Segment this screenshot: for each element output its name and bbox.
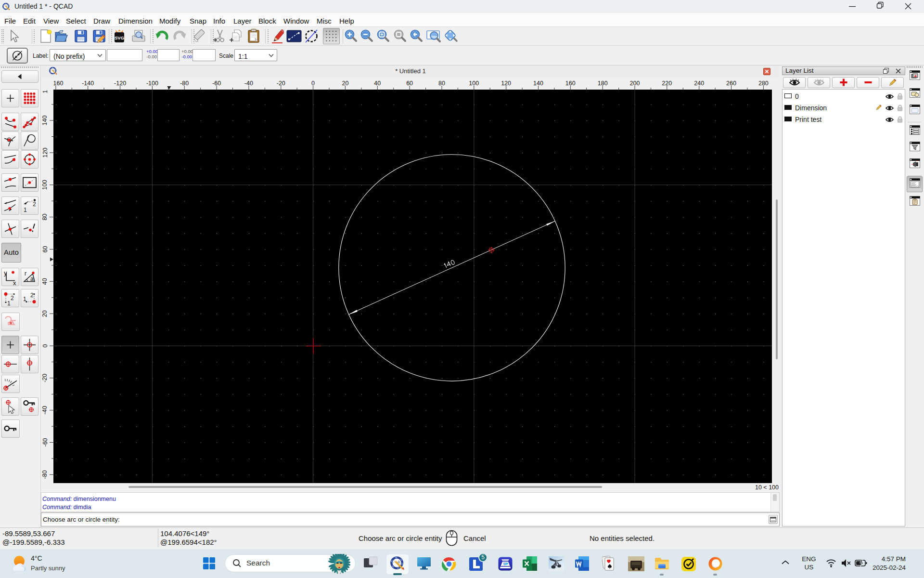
svg-text:60: 60 bbox=[406, 80, 413, 87]
svg-text:160: 160 bbox=[53, 80, 63, 87]
svg-text:SVG: SVG bbox=[115, 35, 124, 40]
svg-text:0: 0 bbox=[311, 80, 315, 87]
svg-text:1: 1 bbox=[23, 296, 26, 302]
svg-text:-140: -140 bbox=[82, 80, 94, 87]
svg-text:2: 2 bbox=[33, 201, 36, 208]
svg-text:260: 260 bbox=[726, 80, 736, 87]
svg-text:100: 100 bbox=[469, 80, 479, 87]
svg-text:40: 40 bbox=[374, 80, 381, 87]
svg-text:-80: -80 bbox=[180, 80, 189, 87]
svg-text:-40: -40 bbox=[42, 406, 49, 415]
svg-text:a: a bbox=[30, 276, 34, 282]
svg-text:-20: -20 bbox=[277, 80, 285, 87]
svg-text:y: y bbox=[4, 269, 7, 276]
svg-text:2: 2 bbox=[30, 292, 34, 299]
svg-text:140: 140 bbox=[533, 80, 543, 87]
svg-text:20: 20 bbox=[342, 80, 348, 87]
svg-text:20: 20 bbox=[42, 310, 49, 317]
svg-text:40: 40 bbox=[42, 278, 49, 285]
svg-text:120: 120 bbox=[42, 148, 49, 158]
svg-text:-120: -120 bbox=[114, 80, 126, 87]
svg-text:x: x bbox=[13, 279, 16, 286]
svg-text:160: 160 bbox=[565, 80, 576, 87]
svg-text:220: 220 bbox=[662, 80, 672, 87]
svg-text:120: 120 bbox=[501, 80, 511, 87]
svg-text:0: 0 bbox=[42, 344, 49, 347]
svg-text:r: r bbox=[25, 270, 26, 277]
svg-text:-60: -60 bbox=[212, 80, 221, 87]
svg-text:100: 100 bbox=[42, 180, 49, 190]
svg-text:80: 80 bbox=[438, 80, 445, 87]
svg-text:80: 80 bbox=[42, 214, 49, 221]
svg-text:180: 180 bbox=[598, 80, 608, 87]
svg-text:-20: -20 bbox=[42, 374, 49, 382]
svg-text:-60: -60 bbox=[42, 438, 49, 447]
svg-text:200: 200 bbox=[630, 80, 640, 87]
svg-text:2: 2 bbox=[11, 295, 14, 302]
svg-text:-40: -40 bbox=[244, 80, 253, 87]
svg-text:140: 140 bbox=[42, 116, 49, 126]
svg-text:1: 1 bbox=[24, 207, 27, 213]
svg-text:280: 280 bbox=[758, 80, 769, 87]
svg-text:240: 240 bbox=[694, 80, 704, 87]
svg-text:60: 60 bbox=[42, 246, 49, 253]
svg-text:1: 1 bbox=[7, 300, 11, 307]
svg-text:160: 160 bbox=[42, 90, 49, 93]
svg-text:-100: -100 bbox=[146, 80, 158, 87]
svg-text:-80: -80 bbox=[42, 470, 49, 479]
